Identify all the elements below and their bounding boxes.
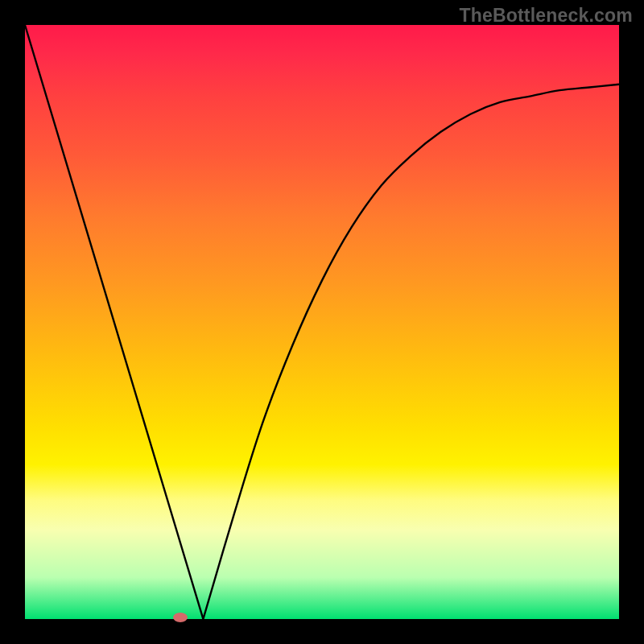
chart-area (25, 25, 619, 619)
minimum-marker (173, 613, 188, 622)
bottleneck-curve (25, 25, 619, 619)
watermark-text: TheBottleneck.com (459, 5, 633, 27)
